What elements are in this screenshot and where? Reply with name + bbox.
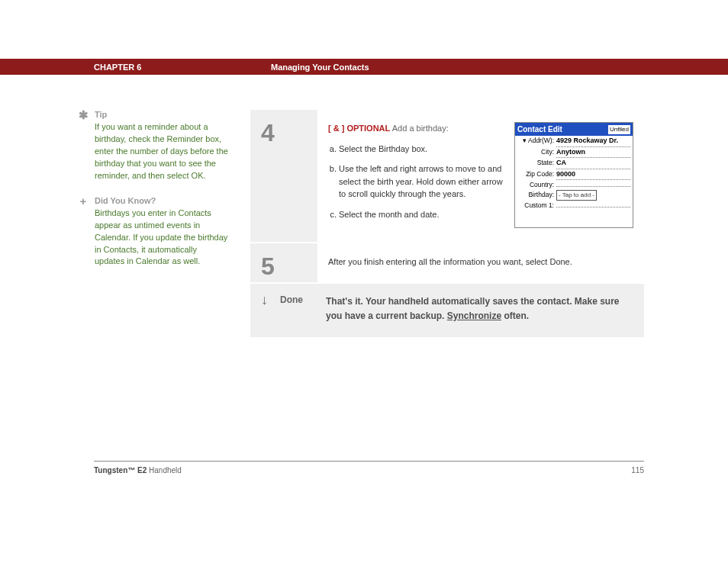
- city-label: City:: [517, 147, 554, 157]
- done-block: ↓ Done That's it. Your handheld automati…: [250, 284, 644, 337]
- screenshot-category: Unfiled: [608, 125, 630, 134]
- substep-b: Use the left and right arrows to move to…: [339, 162, 504, 201]
- birthday-value: - Tap to add -: [556, 190, 597, 201]
- sidebar: ✱ Tip If you want a reminder about a bir…: [76, 110, 229, 339]
- page-number: 115: [631, 466, 644, 475]
- custom-label: Custom 1:: [517, 201, 554, 211]
- done-label: Done: [280, 294, 314, 323]
- zip-value: 90000: [556, 169, 630, 181]
- addr-value: 4929 Rockaway Dr.: [556, 136, 630, 147]
- optional-brackets: [ & ]: [328, 124, 344, 133]
- dyk-body: Birthdays you enter in Contacts appear a…: [95, 208, 229, 269]
- product-name: Tungsten™ E2 Handheld: [94, 466, 182, 475]
- addr-label: ▾ Addr(W):: [517, 136, 554, 146]
- tip-body: If you want a reminder about a birthday,…: [95, 121, 229, 182]
- tip-heading: Tip: [95, 110, 229, 119]
- state-value: CA: [556, 158, 630, 169]
- substep-a: Select the Birthday box.: [339, 143, 504, 156]
- screenshot-titlebar: Contact Edit Unfiled: [515, 123, 633, 136]
- synchronize-link[interactable]: Synchronize: [447, 310, 501, 321]
- step-number: 5: [250, 243, 317, 282]
- substep-c: Select the month and date.: [339, 208, 504, 221]
- optional-label: OPTIONAL: [346, 124, 390, 133]
- city-value: Anytown: [556, 147, 630, 159]
- substeps: Select the Birthday box. Use the left an…: [328, 143, 504, 221]
- done-arrow-icon: ↓: [261, 294, 268, 323]
- screenshot-title: Contact Edit: [517, 124, 562, 135]
- plus-icon: +: [76, 196, 90, 207]
- dyk-heading: Did You Know?: [95, 196, 229, 205]
- page-body: ✱ Tip If you want a reminder about a bir…: [76, 110, 644, 339]
- zip-label: Zip Code:: [517, 169, 554, 179]
- footer: Tungsten™ E2 Handheld 115: [94, 461, 644, 475]
- contact-edit-screenshot: Contact Edit Unfiled ▾ Addr(W):4929 Rock…: [514, 122, 633, 228]
- chapter-label: CHAPTER 6: [94, 63, 271, 72]
- step-4-lead: Add a birthday:: [392, 124, 449, 133]
- asterisk-icon: ✱: [76, 110, 90, 121]
- state-label: State:: [517, 158, 554, 168]
- main-content: 4 [ & ] OPTIONAL Add a birthday: Select …: [250, 110, 644, 339]
- country-label: Country:: [517, 180, 554, 190]
- step-5: 5 After you finish entering all the info…: [250, 243, 644, 282]
- header-bar: CHAPTER 6 Managing Your Contacts: [0, 59, 728, 75]
- step-number: 4: [250, 110, 317, 242]
- custom-value: [556, 207, 630, 208]
- step-4: 4 [ & ] OPTIONAL Add a birthday: Select …: [250, 110, 644, 242]
- country-value: [556, 186, 630, 187]
- tip-block: ✱ Tip If you want a reminder about a bir…: [76, 110, 229, 182]
- step-4-text: [ & ] OPTIONAL Add a birthday: Select th…: [328, 122, 504, 228]
- step-5-text: After you finish entering all the inform…: [328, 256, 633, 269]
- dyk-block: + Did You Know? Birthdays you enter in C…: [76, 196, 229, 269]
- birthday-label: Birthday:: [517, 190, 554, 200]
- chapter-title: Managing Your Contacts: [271, 63, 369, 72]
- done-text: That's it. Your handheld automatically s…: [326, 294, 633, 323]
